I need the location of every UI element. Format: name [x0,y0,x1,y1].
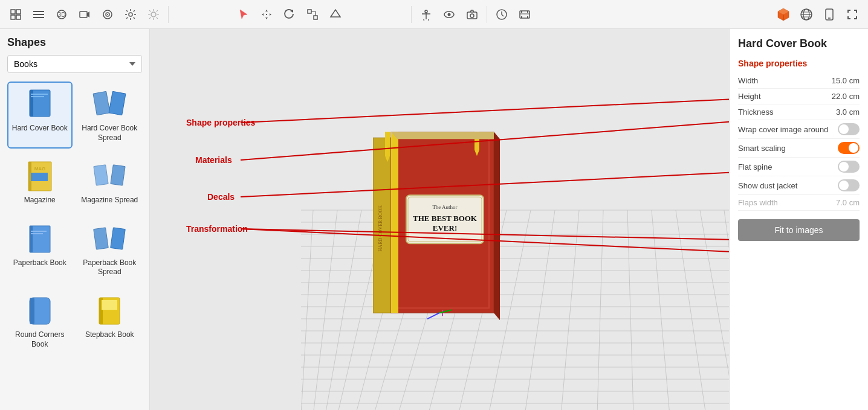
svg-point-14 [129,13,132,16]
settings-button[interactable] [120,4,141,25]
wrap-label: Wrap cover image around [738,125,828,134]
wrap-toggle[interactable] [838,123,860,135]
shape-item-hard-cover-book-spread[interactable]: Hard Cover Book Spread [77,82,143,149]
paperback-book-spread-icon [92,222,126,256]
book-3d[interactable]: HARD COVER BOOK The Author THE BEST BOOK… [373,132,506,327]
canvas-area[interactable]: HARD COVER BOOK The Author THE BEST BOOK… [150,29,729,410]
smart-scaling-label: Smart scaling [738,144,786,153]
svg-line-113 [427,313,439,319]
svg-rect-30 [527,16,528,18]
toolbar-center-tools [172,4,407,25]
flat-spine-row: Flat spine [738,158,860,176]
smart-scaling-toggle[interactable] [838,142,860,154]
divider-1 [168,6,169,23]
svg-rect-50 [94,228,109,249]
svg-rect-48 [31,231,47,232]
cursor-tool[interactable] [233,4,254,25]
svg-rect-18 [308,10,311,13]
svg-rect-106 [391,132,398,313]
svg-rect-29 [527,11,528,13]
right-panel: Hard Cover Book Shape properties Width 1… [729,29,868,410]
svg-rect-45 [111,165,125,185]
divider-3 [487,6,487,23]
svg-rect-5 [33,14,44,15]
shape-properties-header[interactable]: Shape properties [738,59,860,68]
svg-rect-36 [31,94,48,95]
width-value: 15.0 cm [832,76,860,85]
dust-jacket-row: Show dust jacket [738,176,860,195]
svg-rect-51 [111,228,126,249]
panel-title: Hard Cover Book [738,37,860,50]
move-tool[interactable] [256,4,277,25]
thickness-value: 3.0 cm [836,107,860,117]
scale-tool[interactable] [302,4,323,25]
svg-rect-4 [33,11,44,12]
anchor-tool[interactable] [415,4,437,25]
svg-marker-109 [391,132,500,139]
film-tool[interactable] [514,4,536,25]
svg-rect-56 [102,300,117,310]
camera-tool[interactable] [461,4,483,25]
eye-tool[interactable] [438,4,460,25]
thickness-label: Thickness [738,107,774,117]
new-button[interactable] [5,4,27,25]
svg-marker-110 [494,132,500,320]
svg-point-15 [151,12,156,17]
svg-text:3D: 3D [58,11,66,18]
hard-cover-book-icon [23,88,57,121]
divider-2 [411,6,412,23]
magazine-spread-icon [92,159,126,193]
light-button[interactable] [143,4,164,25]
transform-tool[interactable] [325,4,346,25]
sidebar-title: Shapes [7,36,142,49]
target-button[interactable] [97,4,118,25]
fit-to-images-button[interactable]: Fit to images [738,219,860,241]
flaps-width-row: Flaps width 7.0 cm [738,195,860,211]
clock-tool[interactable] [491,4,513,25]
fullscreen-button[interactable] [841,4,863,25]
shape-item-magazine[interactable]: MAG Magazine [7,153,73,211]
svg-rect-47 [30,226,33,252]
stepback-book-label: Stepback Book [85,330,134,340]
svg-rect-2 [11,15,15,19]
svg-rect-19 [314,16,317,19]
hard-cover-book-spread-icon [92,88,126,121]
svg-rect-16 [266,14,267,15]
phone-button[interactable] [818,4,840,25]
shape-item-round-corners-book[interactable]: Round Corners Book [7,288,73,355]
height-value: 22.0 cm [832,92,860,101]
rotate-tool[interactable] [279,4,300,25]
shape-item-paperback-book-spread[interactable]: Paperback Book Spread [77,216,143,283]
svg-rect-39 [109,91,126,115]
box-icon-button[interactable] [772,4,794,25]
svg-point-22 [447,13,450,16]
shapes-grid: Hard Cover Book Hard Cover Book Spread [7,82,142,355]
paperback-book-label: Paperback Book [13,258,66,268]
shape-item-stepback-book[interactable]: Stepback Book [77,288,143,355]
hard-cover-book-spread-label: Hard Cover Book Spread [81,124,139,143]
svg-rect-43 [31,173,48,181]
globe-button[interactable] [795,4,817,25]
menu-button[interactable]: 3D [51,4,73,25]
height-label: Height [738,92,761,101]
magazine-label: Magazine [24,196,56,205]
category-dropdown[interactable]: Books Magazines Boxes Electronics [7,55,142,73]
dust-jacket-toggle[interactable] [838,179,860,191]
wrap-row: Wrap cover image around [738,120,860,139]
grid-button[interactable] [28,4,50,25]
svg-rect-9 [80,11,87,18]
svg-rect-44 [94,165,108,185]
paperback-book-icon [23,222,57,256]
shape-item-hard-cover-book[interactable]: Hard Cover Book [7,82,73,149]
dust-jacket-label: Show dust jacket [738,181,797,190]
stepback-book-icon [92,294,126,328]
flat-spine-toggle[interactable] [838,161,860,173]
thickness-row: Thickness 3.0 cm [738,104,860,120]
shape-item-magazine-spread[interactable]: Magazine Spread [77,153,143,211]
svg-text:THE BEST BOOK: THE BEST BOOK [413,214,478,223]
shape-item-paperback-book[interactable]: Paperback Book [7,216,73,283]
width-label: Width [738,76,758,85]
video-button[interactable] [74,4,96,25]
paperback-book-spread-label: Paperback Book Spread [81,258,139,277]
svg-point-20 [425,10,427,13]
